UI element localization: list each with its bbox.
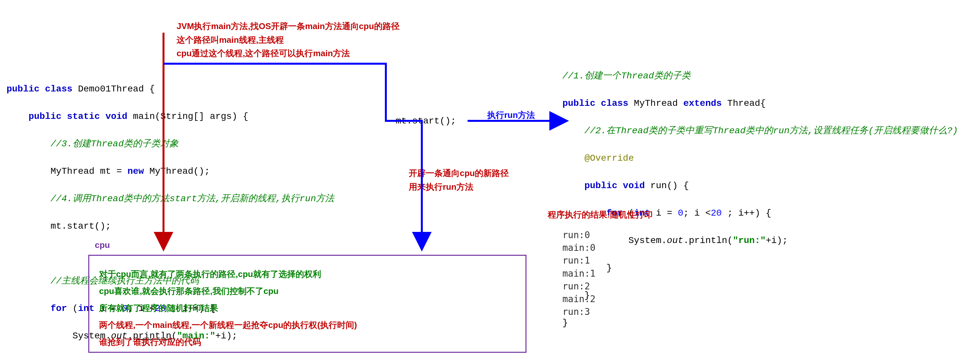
cpu-box-line: 谁抢到了谁执行对应的代码 xyxy=(99,333,515,351)
cpu-label: cpu xyxy=(95,240,110,250)
cpu-box-line: 对于cpu而言,就有了两条执行的路径,cpu就有了选择的权利 xyxy=(99,265,515,282)
cpu-box-line: cpu喜欢谁,就会执行那条路径,我们控制不了cpu xyxy=(99,282,515,300)
note-line: JVM执行main方法,找OS开辟一条main方法通向cpu的路径 xyxy=(177,20,399,33)
note-line: 开辟一条通向cpu的新路径 xyxy=(409,167,509,180)
output-line: main:0 xyxy=(562,241,595,254)
cpu-box: 对于cpu而言,就有了两条执行的路径,cpu就有了选择的权利 cpu喜欢谁,就会… xyxy=(88,255,527,353)
output-line: main:2 xyxy=(562,293,595,305)
run-method-label: 执行run方法 xyxy=(487,109,535,121)
cpu-box-line: 两个线程,一个main线程,一个新线程一起抢夺cpu的执行权(执行时间) xyxy=(99,316,515,333)
output-line: run:2 xyxy=(562,280,595,293)
note-line: 这个路径叫main线程,主线程 xyxy=(177,33,399,47)
result-label: 程序执行的结果:随机性打印 xyxy=(548,209,653,221)
output-line: run:0 xyxy=(562,228,595,241)
output-line: main:1 xyxy=(562,267,595,280)
mid-notes: 开辟一条通向cpu的新路径 用来执行run方法 xyxy=(409,167,509,194)
code-right: //1.创建一个Thread类的子类 public class MyThread… xyxy=(562,56,958,344)
output-list: run:0 main:0 run:1 main:1 run:2 main:2 r… xyxy=(562,228,595,318)
output-line: run:3 xyxy=(562,305,595,318)
mid-call: mt.start(); xyxy=(396,116,456,126)
top-notes: JVM执行main方法,找OS开辟一条main方法通向cpu的路径 这个路径叫m… xyxy=(177,20,399,60)
note-line: cpu通过这个线程,这个路径可以执行main方法 xyxy=(177,47,399,60)
cpu-box-line: 所有就有了程序的随机打印结果 xyxy=(99,300,515,316)
note-line: 用来执行run方法 xyxy=(409,180,509,194)
output-line: run:1 xyxy=(562,254,595,267)
